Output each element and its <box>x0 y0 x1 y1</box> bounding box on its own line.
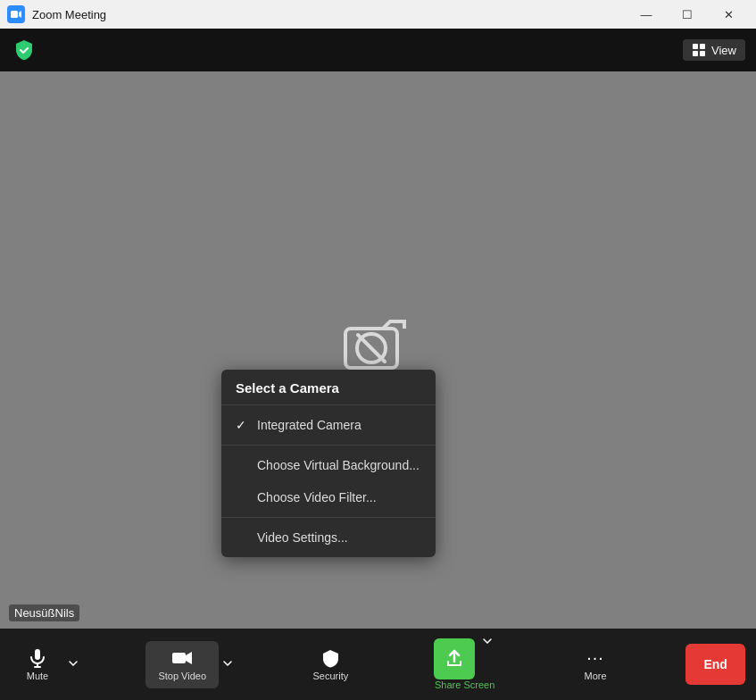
svg-rect-4 <box>693 51 698 56</box>
virtual-background-label: Choose Virtual Background... <box>257 458 420 472</box>
mute-label: Mute <box>27 671 48 681</box>
video-camera-icon <box>171 648 193 668</box>
svg-marker-13 <box>186 652 192 664</box>
svg-rect-5 <box>700 51 705 56</box>
stop-video-arrow-button[interactable] <box>219 641 237 673</box>
svg-rect-9 <box>35 649 40 660</box>
menu-section-cameras: ✓ Integrated Camera <box>221 405 436 446</box>
meeting-top-bar: View <box>0 29 756 71</box>
camera-context-menu: Select a Camera ✓ Integrated Camera ✓ Ch… <box>221 370 436 557</box>
integrated-camera-label: Integrated Camera <box>257 418 361 432</box>
microphone-icon <box>28 648 47 668</box>
svg-rect-2 <box>693 44 698 49</box>
svg-rect-12 <box>172 653 186 663</box>
toolbar-right: End <box>685 644 744 685</box>
share-screen-group: Share Screen <box>425 635 505 694</box>
mute-arrow-button[interactable] <box>64 641 82 673</box>
meeting-area: View NeusüßNils Select a Camera ✓ Integr <box>0 29 756 629</box>
share-screen-button[interactable]: Share Screen <box>425 635 505 694</box>
title-bar-left: Zoom Meeting <box>7 5 106 23</box>
security-group: Security <box>300 641 361 688</box>
menu-title: Select a Camera <box>221 370 436 405</box>
svg-rect-0 <box>11 11 18 18</box>
more-button[interactable]: ··· More <box>569 640 622 688</box>
stop-video-button[interactable]: Stop Video <box>145 641 219 688</box>
toolbar: Mute Stop Video <box>0 629 756 700</box>
window-title: Zoom Meeting <box>32 8 106 21</box>
security-button[interactable]: Security <box>300 641 361 688</box>
zoom-logo <box>7 5 25 23</box>
menu-item-video-settings[interactable]: ✓ Video Settings... <box>221 521 436 554</box>
share-screen-label: Share Screen <box>435 679 494 690</box>
participant-name: NeusüßNils <box>9 604 79 621</box>
mute-group: Mute <box>11 641 82 688</box>
close-button[interactable]: ✕ <box>708 0 749 29</box>
mute-button[interactable]: Mute <box>11 641 64 688</box>
svg-rect-3 <box>700 44 705 49</box>
video-filter-label: Choose Video Filter... <box>257 490 377 504</box>
share-screen-icon-bg <box>434 638 475 679</box>
stop-video-group: Stop Video <box>145 641 237 688</box>
view-label: View <box>711 44 736 57</box>
view-button[interactable]: View <box>683 39 745 61</box>
menu-item-integrated-camera[interactable]: ✓ Integrated Camera <box>221 409 436 441</box>
minimize-button[interactable]: — <box>626 0 667 29</box>
menu-section-settings: ✓ Video Settings... <box>221 518 436 557</box>
menu-section-background: ✓ Choose Virtual Background... ✓ Choose … <box>221 446 436 518</box>
share-screen-arrow-button[interactable] <box>478 638 496 644</box>
end-button[interactable]: End <box>685 644 744 685</box>
video-settings-label: Video Settings... <box>257 530 348 545</box>
title-bar: Zoom Meeting — ☐ ✕ <box>0 0 756 29</box>
stop-video-label: Stop Video <box>158 671 206 681</box>
menu-item-video-filter[interactable]: ✓ Choose Video Filter... <box>221 481 436 513</box>
title-bar-controls: — ☐ ✕ <box>626 0 749 29</box>
maximize-button[interactable]: ☐ <box>667 0 708 29</box>
more-label: More <box>585 671 607 681</box>
svg-marker-1 <box>19 11 21 18</box>
security-label: Security <box>312 671 348 681</box>
more-dots-icon: ··· <box>586 647 604 668</box>
checkmark-icon: ✓ <box>236 418 250 432</box>
menu-item-virtual-background[interactable]: ✓ Choose Virtual Background... <box>221 449 436 481</box>
more-group: ··· More <box>569 640 622 688</box>
security-shield-icon <box>320 648 340 668</box>
security-shield-badge <box>11 37 37 63</box>
